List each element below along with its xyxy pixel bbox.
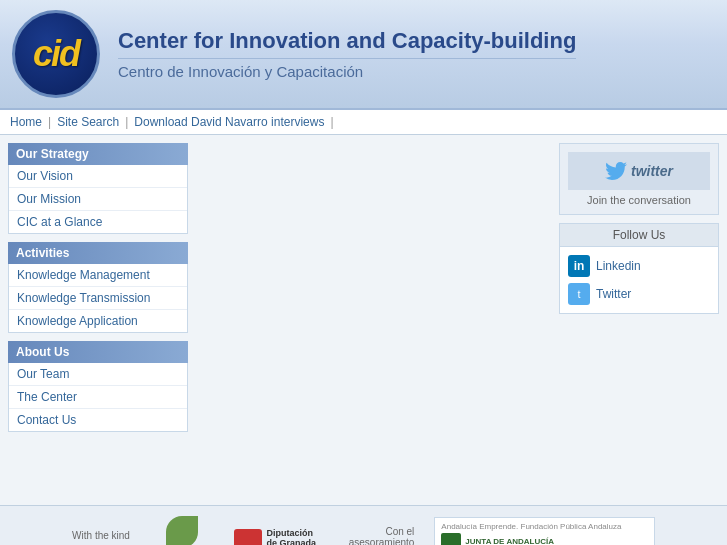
sidebar-link-the-center[interactable]: The Center — [9, 386, 187, 409]
main-content: Our Strategy Our Vision Our Mission CIC … — [0, 135, 727, 505]
sidebar: Our Strategy Our Vision Our Mission CIC … — [8, 143, 188, 497]
header-titles: Center for Innovation and Capacity-build… — [118, 28, 576, 80]
follow-widget: Follow Us in Linkedin t Twitter — [559, 223, 719, 314]
sidebar-link-our-team[interactable]: Our Team — [9, 363, 187, 386]
linkedin-label: Linkedin — [596, 259, 641, 273]
follow-header: Follow Us — [560, 224, 718, 247]
site-header: cid Center for Innovation and Capacity-b… — [0, 0, 727, 110]
center-content — [196, 143, 551, 497]
linkedin-icon: in — [568, 255, 590, 277]
nav-sep-3: | — [330, 115, 333, 129]
junta-line1: JUNTA DE ANDALUCÍA — [465, 537, 648, 546]
sidebar-section-our-strategy: Our Strategy — [8, 143, 188, 165]
navbar: Home | Site Search | Download David Nava… — [0, 110, 727, 135]
right-sidebar: twitter Join the conversation Follow Us … — [559, 143, 719, 497]
nav-home[interactable]: Home — [10, 115, 42, 129]
sidebar-link-our-mission[interactable]: Our Mission — [9, 188, 187, 211]
sidebar-section-activities: Activities — [8, 242, 188, 264]
footer-assessment-text: Con elasesoramientode: — [349, 526, 415, 545]
footer-logo-diputacion[interactable]: Diputación de Granada Red de municip... — [234, 528, 328, 545]
twitter-label: twitter — [631, 163, 673, 179]
sidebar-link-cic-at-a-glance[interactable]: CIC at a Glance — [9, 211, 187, 233]
site-subtitle: Centro de Innovación y Capacitación — [118, 63, 576, 80]
join-conversation-text: Join the conversation — [568, 194, 710, 206]
logo-cid-text: cid — [33, 33, 79, 75]
nav-download[interactable]: Download David Navarro interviews — [134, 115, 324, 129]
nav-sep-2: | — [125, 115, 128, 129]
diputacion-line2: de Granada — [266, 538, 328, 545]
sidebar-link-our-vision[interactable]: Our Vision — [9, 165, 187, 188]
nav-sep-1: | — [48, 115, 51, 129]
diputacion-icon — [234, 529, 262, 546]
twitter-follow-label: Twitter — [596, 287, 631, 301]
sidebar-section-about-us-items: Our Team The Center Contact Us — [8, 363, 188, 432]
sidebar-section-activities-items: Knowledge Management Knowledge Transmiss… — [8, 264, 188, 333]
sidebar-link-contact-us[interactable]: Contact Us — [9, 409, 187, 431]
sidebar-link-knowledge-transmission[interactable]: Knowledge Transmission — [9, 287, 187, 310]
footer: With the kindsupport of: perform.BI Dipu… — [0, 505, 727, 545]
twitter-bird-icon — [605, 162, 627, 180]
sidebar-link-knowledge-application[interactable]: Knowledge Application — [9, 310, 187, 332]
follow-linkedin-row[interactable]: in Linkedin — [568, 255, 710, 277]
twitter-widget[interactable]: twitter Join the conversation — [559, 143, 719, 215]
follow-links: in Linkedin t Twitter — [560, 247, 718, 313]
site-title: Center for Innovation and Capacity-build… — [118, 28, 576, 59]
diputacion-line1: Diputación — [266, 528, 328, 538]
nav-site-search[interactable]: Site Search — [57, 115, 119, 129]
sidebar-link-knowledge-management[interactable]: Knowledge Management — [9, 264, 187, 287]
footer-support-text: With the kindsupport of: — [72, 529, 130, 546]
footer-logo-perform[interactable]: perform.BI — [150, 516, 215, 545]
twitter-follow-icon: t — [568, 283, 590, 305]
perform-leaf-icon — [166, 516, 198, 545]
junta-title: Andalucía Emprende. Fundación Pública An… — [441, 522, 648, 531]
sidebar-section-about-us: About Us — [8, 341, 188, 363]
site-logo[interactable]: cid — [12, 10, 100, 98]
sidebar-section-our-strategy-items: Our Vision Our Mission CIC at a Glance — [8, 165, 188, 234]
twitter-widget-inner: twitter — [568, 152, 710, 190]
footer-logo-junta[interactable]: Andalucía Emprende. Fundación Pública An… — [434, 517, 655, 545]
follow-twitter-row[interactable]: t Twitter — [568, 283, 710, 305]
